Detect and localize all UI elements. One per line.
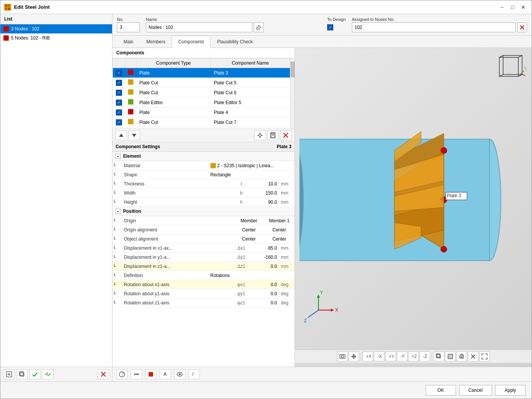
svg-text:A: A xyxy=(163,372,167,377)
disp-z1-unit: mm xyxy=(279,263,294,270)
element-collapse-button[interactable]: − xyxy=(116,154,121,159)
new-item-button[interactable] xyxy=(3,369,15,379)
check-button[interactable] xyxy=(29,369,41,379)
vp-copy-button[interactable] xyxy=(434,352,444,361)
comp-cb-1[interactable]: ✓ xyxy=(113,68,125,78)
clear-assigned-button[interactable] xyxy=(517,22,527,32)
material-color-icon xyxy=(211,163,216,168)
comp-cb-2[interactable]: ✓ xyxy=(113,78,125,88)
disp-z1-value[interactable]: 0.0 xyxy=(249,263,279,270)
name-input[interactable]: Nodes : 102 xyxy=(146,22,252,32)
nav-cube[interactable]: Y X xyxy=(496,54,526,84)
apply-button[interactable]: Apply xyxy=(495,385,526,396)
origin-align-col3: Center xyxy=(264,226,294,234)
comp-settings-button[interactable] xyxy=(254,130,266,140)
component-row-3[interactable]: ✓ Plate Cut Plate Cut 6 xyxy=(113,88,290,98)
svg-rect-1 xyxy=(8,5,10,7)
help-button[interactable]: ? xyxy=(116,369,128,379)
component-row-1[interactable]: ✓ Plate Plate 3 xyxy=(113,68,290,78)
vp-view-zminus-button[interactable]: -Z xyxy=(420,352,430,361)
text-button[interactable]: A xyxy=(160,369,171,379)
edit-name-button[interactable] xyxy=(254,22,264,32)
tab-members[interactable]: Members xyxy=(140,36,172,48)
comp-cb-4[interactable]: ✓ xyxy=(113,98,125,108)
to-design-checkbox[interactable]: ✓ xyxy=(327,24,333,30)
title-bar: Edit Steel Joint − □ ✕ xyxy=(0,0,532,14)
vp-view-xplus-button[interactable]: +X xyxy=(363,352,373,361)
props-panel: Components Component Type xyxy=(112,48,295,367)
component-row-6[interactable]: ✓ Plate Cut Plate Cut 7 xyxy=(113,117,290,127)
element-section: − Element └ Material 2 - S235 | Isotro xyxy=(112,152,294,207)
obj-align-col3: Center xyxy=(264,235,294,243)
list-item-2[interactable]: 5 Nodes: 102 - RIB xyxy=(0,33,112,43)
assigned-input[interactable]: 102 xyxy=(352,22,516,32)
thickness-unit: mm xyxy=(279,180,294,188)
svg-rect-77 xyxy=(461,356,463,358)
component-row-2[interactable]: ✓ Plate Cut Plate Cut 5 xyxy=(113,78,290,88)
rot-z1-value[interactable]: 0.0 xyxy=(249,299,279,307)
rot-y1-value[interactable]: 0.0 xyxy=(249,290,279,298)
check-all-button[interactable] xyxy=(42,369,54,379)
label-width: Width xyxy=(122,189,234,197)
tab-components[interactable]: Components xyxy=(172,36,211,48)
vp-move-button[interactable] xyxy=(348,352,359,361)
vp-display-settings-button[interactable] xyxy=(337,352,348,361)
svg-text:Z: Z xyxy=(304,318,307,323)
ok-button[interactable]: OK xyxy=(426,385,456,396)
components-scroll-thumb[interactable] xyxy=(291,62,294,77)
name-row: Nodes : 102 xyxy=(146,22,321,32)
thickness-value[interactable]: 10.0 xyxy=(249,180,279,188)
vp-view-xminus-button[interactable]: -X xyxy=(374,352,385,361)
rot-x1-value[interactable]: 0.0 xyxy=(249,281,279,288)
minimize-button[interactable]: − xyxy=(497,3,507,11)
vp-expand-button[interactable] xyxy=(479,352,490,361)
value-button[interactable]: 0.00 xyxy=(131,369,142,379)
vp-solid-button[interactable] xyxy=(445,352,456,361)
height-value[interactable]: 90.0 xyxy=(249,198,279,206)
col-color xyxy=(125,59,136,68)
disp-y1-unit: mm xyxy=(279,253,294,261)
position-collapse-button[interactable]: − xyxy=(116,209,121,214)
tab-main[interactable]: Main xyxy=(117,36,140,48)
svg-rect-21 xyxy=(260,133,260,134)
settings-row-disp-y1: └ Displacement in y1-a... Δy1 -160.0 mm xyxy=(112,253,294,262)
position-section-title: Position xyxy=(123,209,141,214)
comp-cb-6[interactable]: ✓ xyxy=(113,117,125,127)
height-unit-sym: h xyxy=(234,198,249,206)
component-row-4[interactable]: ✓ Plate Editor Plate Editor 5 xyxy=(113,98,290,108)
name-field-group: Name Nodes : 102 xyxy=(146,17,321,32)
color-button[interactable] xyxy=(145,369,157,379)
duplicate-button[interactable] xyxy=(16,369,28,379)
width-value[interactable]: 150.0 xyxy=(249,189,279,197)
disp-x1-value[interactable]: 85.0 xyxy=(249,244,279,252)
comp-cb-3[interactable]: ✓ xyxy=(113,88,125,98)
dialog-footer: OK Cancel Apply xyxy=(0,382,532,399)
function-button[interactable]: f xyxy=(188,369,200,379)
vp-view-yminus-button[interactable]: -Y xyxy=(397,352,407,361)
delete-button[interactable] xyxy=(98,369,109,379)
comp-cb-5[interactable]: ✓ xyxy=(113,108,125,117)
component-row-5[interactable]: ✓ Plate Plate 4 xyxy=(113,108,290,117)
content-area: Components Component Type xyxy=(112,48,532,367)
comp-save-button[interactable] xyxy=(267,130,279,140)
svg-rect-0 xyxy=(5,5,7,7)
comp-delete-button[interactable] xyxy=(280,130,291,140)
move-up-button[interactable] xyxy=(116,130,127,140)
settings-row-disp-z1: └ Displacement in z1-a... Δz1 0.0 mm xyxy=(112,262,294,271)
vp-print-button[interactable] xyxy=(456,352,467,361)
cancel-button[interactable]: Cancel xyxy=(459,385,492,396)
tab-plausibility[interactable]: Plausibility Check xyxy=(211,36,259,48)
vp-close-button[interactable] xyxy=(468,352,478,361)
vp-view-zplus-button[interactable]: +Z xyxy=(408,352,419,361)
no-input[interactable]: 3 xyxy=(117,22,140,32)
maximize-button[interactable]: □ xyxy=(508,3,517,11)
components-scrollbar[interactable] xyxy=(290,58,294,128)
disp-y1-value[interactable]: -160.0 xyxy=(249,253,279,261)
comp-name-2: Plate Cut 5 xyxy=(211,78,290,88)
close-button[interactable]: ✕ xyxy=(519,3,528,11)
move-down-button[interactable] xyxy=(128,130,140,140)
visibility-button[interactable] xyxy=(174,369,185,379)
list-item-1[interactable]: 3 Nodes : 102 xyxy=(0,24,112,33)
vp-view-yplus-button[interactable]: +Y xyxy=(385,352,396,361)
svg-rect-22 xyxy=(260,137,260,138)
